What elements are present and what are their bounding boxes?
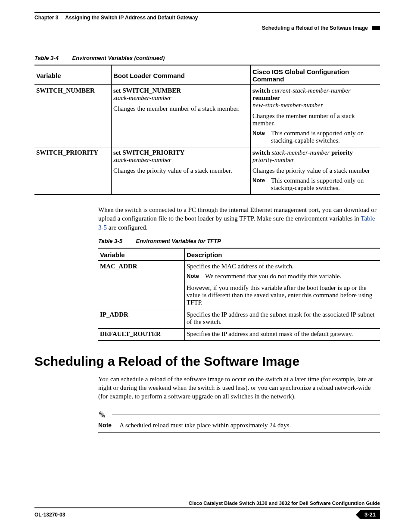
- t34-r1-bl-desc: Changes the priority value of a stack me…: [113, 167, 248, 174]
- t34-r1-var: SWITCH_PRIORITY: [34, 147, 112, 195]
- t34-r0-bl: set SWITCH_NUMBER stack-member-number Ch…: [112, 85, 251, 147]
- header-thin-rule: [34, 33, 380, 33]
- pencil-icon: ✎: [98, 410, 106, 421]
- table-3-4-caption: Table 3-4 Environment Variables (continu…: [34, 55, 380, 61]
- table-3-5-caption: Table 3-5 Environment Variables for TFTP: [98, 238, 380, 244]
- chapter-label: Chapter 3: [34, 15, 58, 21]
- section-paragraph: You can schedule a reload of the softwar…: [98, 375, 380, 401]
- body-paragraph: When the switch is connected to a PC thr…: [98, 205, 380, 232]
- table-row: IP_ADDR Specifies the IP address and the…: [98, 309, 380, 328]
- page-footer: Cisco Catalyst Blade Switch 3130 and 303…: [34, 501, 380, 519]
- t35-r1-var: IP_ADDR: [98, 309, 185, 328]
- t34-h3: Cisco IOS Global Configuration Command: [251, 65, 380, 85]
- table-row: SWITCH_PRIORITY set SWITCH_PRIORITY stac…: [34, 147, 380, 195]
- table-3-4-title: Environment Variables (continued): [72, 55, 165, 61]
- note-label: Note: [98, 422, 112, 429]
- note-label: Note: [252, 130, 265, 144]
- t34-r1-bl: set SWITCH_PRIORITY stack-member-number …: [112, 147, 251, 195]
- note-text: We recommend that you do not modify this…: [205, 273, 342, 280]
- t35-r2-var: DEFAULT_ROUTER: [98, 328, 185, 341]
- t35-r2-desc: Specifies the IP address and subnet mask…: [185, 328, 380, 341]
- t34-r1-ios: switch stack-member-number priority prio…: [251, 147, 380, 195]
- t34-r0-ios-desc: Changes the member number of a stack mem…: [252, 112, 377, 127]
- note-block: ✎ Note A scheduled reload must take plac…: [98, 409, 380, 433]
- table-row: DEFAULT_ROUTER Specifies the IP address …: [98, 328, 380, 341]
- page-number-badge: 3-21: [360, 510, 380, 519]
- t34-r1-ios-p1: switch: [252, 149, 270, 156]
- t34-h1: Variable: [34, 65, 112, 85]
- t35-r0-var: MAC_ADDR: [98, 261, 185, 309]
- t34-r0-bl-arg: stack-member-number: [113, 94, 171, 101]
- note-rule: [112, 414, 380, 414]
- t34-r1-ios-desc: Changes the priority value of a stack me…: [252, 167, 377, 174]
- t35-r0-desc: Specifies the MAC address of the switch.…: [185, 261, 380, 309]
- header-rule: [34, 12, 380, 13]
- doc-number: OL-13270-03: [34, 512, 65, 518]
- t34-r1-ios-p3: priority: [331, 149, 353, 156]
- table-row: SWITCH_NUMBER set SWITCH_NUMBER stack-me…: [34, 85, 380, 147]
- page-header: Chapter 3 Assigning the Switch IP Addres…: [34, 15, 380, 21]
- t34-r0-ios-p1: switch: [252, 87, 270, 94]
- note-label: Note: [252, 177, 265, 192]
- table-3-4-number: Table 3-4: [34, 55, 59, 61]
- table-3-5-number: Table 3-5: [98, 238, 122, 244]
- table-3-4: Variable Boot Loader Command Cisco IOS G…: [34, 65, 380, 195]
- para-text: are configured.: [107, 224, 148, 231]
- page-badge-arrow-icon: [356, 510, 360, 519]
- section-heading: Scheduling a Reload of the Software Imag…: [34, 354, 380, 369]
- t34-r0-ios-p3: renumber: [252, 94, 280, 101]
- t34-r1-bl-cmd: set SWITCH_PRIORITY: [113, 149, 184, 156]
- t34-r1-bl-arg: stack-member-number: [113, 156, 171, 163]
- t34-r1-ios-p4: priority-number: [252, 156, 294, 163]
- chapter-title: Assigning the Switch IP Address and Defa…: [65, 15, 198, 21]
- table-row: MAC_ADDR Specifies the MAC address of th…: [98, 261, 380, 309]
- t35-h2: Description: [185, 248, 380, 261]
- t34-r0-var: SWITCH_NUMBER: [34, 85, 112, 147]
- cell-text: However, if you modify this variable aft…: [187, 284, 377, 306]
- cell-text: Specifies the MAC address of the switch.: [187, 263, 377, 270]
- t35-r1-desc: Specifies the IP address and the subnet …: [185, 309, 380, 328]
- t34-h2: Boot Loader Command: [112, 65, 251, 85]
- header-marker-icon: [372, 26, 380, 30]
- t34-r0-ios: switch current-stack-member-number renum…: [251, 85, 380, 147]
- t34-r0-bl-desc: Changes the member number of a stack mem…: [113, 105, 248, 112]
- note-label: Note: [187, 273, 199, 280]
- table-3-5: Variable Description MAC_ADDR Specifies …: [98, 248, 380, 341]
- note-text: A scheduled reload must take place withi…: [119, 422, 291, 429]
- note-text: This command is supported only on stacki…: [271, 130, 377, 144]
- breadcrumb: Scheduling a Reload of the Software Imag…: [262, 25, 368, 31]
- t34-r1-ios-p2: stack-member-number: [272, 149, 330, 156]
- t34-r0-bl-cmd: set SWITCH_NUMBER: [113, 87, 181, 94]
- t35-h1: Variable: [98, 248, 185, 261]
- table-3-5-title: Environment Variables for TFTP: [136, 238, 221, 244]
- para-text: When the switch is connected to a PC thr…: [98, 206, 377, 222]
- t34-r0-ios-p4: new-stack-member-number: [252, 102, 323, 109]
- t34-r0-ios-p2: current-stack-member-number: [272, 87, 351, 94]
- guide-title: Cisco Catalyst Blade Switch 3130 and 303…: [189, 501, 380, 506]
- note-text: This command is supported only on stacki…: [271, 177, 377, 192]
